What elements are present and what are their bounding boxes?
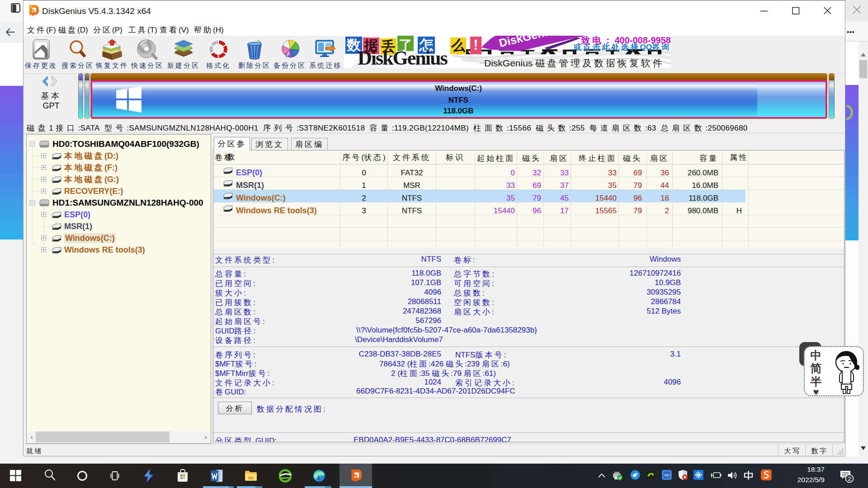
svg-text:HD: HD [664, 473, 670, 477]
svg-text:2: 2 [848, 475, 851, 482]
